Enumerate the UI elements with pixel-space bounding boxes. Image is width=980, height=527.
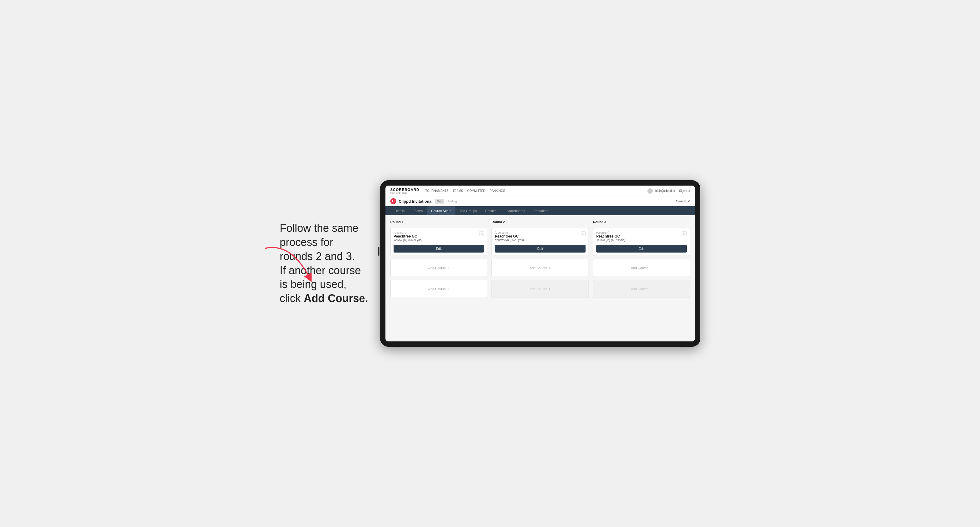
sign-out-link[interactable]: | Sign out (678, 189, 690, 192)
round-3-add-plus-1: + (649, 265, 652, 270)
tabs-bar: Details Teams Course Setup Tee Groups Re… (385, 206, 695, 215)
round-1-add-course-text-2: Add Course + (428, 286, 449, 291)
round-1-add-plus-2: + (447, 286, 449, 291)
tournament-men-badge: Men (435, 199, 444, 203)
tab-tee-groups[interactable]: Tee Groups (455, 206, 481, 215)
round-2-label: Round 2 (492, 220, 589, 224)
round-3-course-card: (Course A) Peachtree GC Yellow (M) (6629… (593, 228, 690, 256)
round-3-course-label: (Course A) (597, 231, 682, 234)
round-2-add-plus-2: + (548, 286, 551, 291)
round-2-add-course-1[interactable]: Add Course + (492, 259, 589, 277)
instruction-line1: Follow the sameprocess forrounds 2 and 3… (280, 222, 368, 305)
user-email: blair@clippd.io (655, 189, 675, 192)
scoreboard-logo: SCOREBOARD Powered by clippd (390, 188, 419, 194)
top-nav-right: blair@clippd.io | Sign out (648, 188, 690, 194)
tab-printables[interactable]: Printables (529, 206, 552, 215)
tournament-name: Clippd Invitational (399, 199, 433, 203)
round-3-course-name: Peachtree GC (597, 234, 682, 238)
top-nav-links: TOURNAMENTS TEAMS COMMITTEE RANKINGS (425, 189, 648, 192)
round-3-add-plus-2: + (649, 286, 652, 291)
round-1-add-course-1[interactable]: Add Course + (390, 259, 487, 277)
round-2-column: Round 2 (Course A) Peachtree GC Yellow (… (492, 220, 589, 298)
nav-tournaments[interactable]: TOURNAMENTS (425, 189, 449, 192)
round-2-course-label: (Course A) (495, 231, 581, 234)
instruction-bold: Add Course. (304, 292, 368, 305)
round-1-add-course-2[interactable]: Add Course + (390, 280, 487, 298)
clippd-logo: C (390, 198, 396, 204)
course-setup-content: Round 1 (Course A) Peachtree GC Yellow (… (385, 215, 695, 341)
round-3-column: Round 3 (Course A) Peachtree GC Yellow (… (593, 220, 690, 298)
round-2-remove-btn[interactable]: □ (581, 231, 585, 236)
round-2-add-course-text-1: Add Course + (530, 265, 551, 270)
round-1-course-info: (Course A) Peachtree GC Yellow (M) (6629… (394, 231, 479, 242)
round-1-edit-button[interactable]: Edit (394, 245, 484, 252)
logo-main-text: SCOREBOARD (390, 188, 419, 192)
round-3-remove-btn[interactable]: □ (682, 231, 687, 236)
tablet-screen: SCOREBOARD Powered by clippd TOURNAMENTS… (385, 186, 695, 341)
round-2-course-tee: Yellow (M) (6629 yds) (495, 238, 581, 242)
nav-teams[interactable]: TEAMS (453, 189, 463, 192)
tab-course-setup[interactable]: Course Setup (427, 206, 455, 215)
round-2-edit-button[interactable]: Edit (495, 245, 585, 252)
page-wrapper: Follow the sameprocess forrounds 2 and 3… (280, 180, 700, 347)
round-3-card-header: (Course A) Peachtree GC Yellow (M) (6629… (597, 231, 687, 242)
tab-leaderboards[interactable]: Leaderboards (501, 206, 529, 215)
round-1-remove-btn[interactable]: □ (479, 231, 484, 236)
round-3-add-course-2: Add Course + (593, 280, 690, 298)
instruction-panel: Follow the sameprocess forrounds 2 and 3… (280, 221, 368, 306)
tab-teams[interactable]: Teams (409, 206, 427, 215)
tab-results[interactable]: Results (481, 206, 501, 215)
rounds-grid: Round 1 (Course A) Peachtree GC Yellow (… (390, 220, 690, 298)
round-2-add-plus-1: + (548, 265, 551, 270)
round-1-course-tee: Yellow (M) (6629 yds) (394, 238, 479, 242)
top-nav: SCOREBOARD Powered by clippd TOURNAMENTS… (385, 186, 695, 196)
logo-sub-text: Powered by clippd (390, 192, 419, 194)
round-2-course-info: (Course A) Peachtree GC Yellow (M) (6629… (495, 231, 581, 242)
round-2-card-header: (Course A) Peachtree GC Yellow (M) (6629… (495, 231, 585, 242)
round-3-edit-button[interactable]: Edit (597, 245, 687, 252)
round-1-course-name: Peachtree GC (394, 234, 479, 238)
user-avatar (648, 188, 653, 194)
tab-details[interactable]: Details (390, 206, 409, 215)
round-2-course-card: (Course A) Peachtree GC Yellow (M) (6629… (492, 228, 589, 256)
round-3-course-tee: Yellow (M) (6629 yds) (597, 238, 682, 242)
round-1-add-course-text-1: Add Course + (428, 265, 449, 270)
tablet-frame: SCOREBOARD Powered by clippd TOURNAMENTS… (380, 180, 700, 347)
side-button (378, 247, 379, 256)
cancel-button[interactable]: Cancel ✕ (676, 199, 690, 203)
round-1-column: Round 1 (Course A) Peachtree GC Yellow (… (390, 220, 487, 298)
round-3-label: Round 3 (593, 220, 690, 224)
round-3-add-course-text-1: Add Course + (631, 265, 652, 270)
round-2-add-course-text-2: Add Course + (530, 286, 551, 291)
round-2-add-course-2: Add Course + (492, 280, 589, 298)
round-1-course-label: (Course A) (394, 231, 479, 234)
round-1-course-card: (Course A) Peachtree GC Yellow (M) (6629… (390, 228, 487, 256)
round-2-course-name: Peachtree GC (495, 234, 581, 238)
tournament-header: C Clippd Invitational Men Hosting Cancel… (385, 196, 695, 206)
round-3-add-course-1[interactable]: Add Course + (593, 259, 690, 277)
nav-rankings[interactable]: RANKINGS (489, 189, 505, 192)
round-1-label: Round 1 (390, 220, 487, 224)
round-1-card-header: (Course A) Peachtree GC Yellow (M) (6629… (394, 231, 484, 242)
round-3-add-course-text-2: Add Course + (631, 286, 652, 291)
round-3-course-info: (Course A) Peachtree GC Yellow (M) (6629… (597, 231, 682, 242)
round-1-add-plus-1: + (447, 265, 449, 270)
nav-committee[interactable]: COMMITTEE (467, 189, 485, 192)
hosting-badge: Hosting (447, 200, 457, 203)
tournament-title-area: C Clippd Invitational Men Hosting (390, 198, 457, 204)
